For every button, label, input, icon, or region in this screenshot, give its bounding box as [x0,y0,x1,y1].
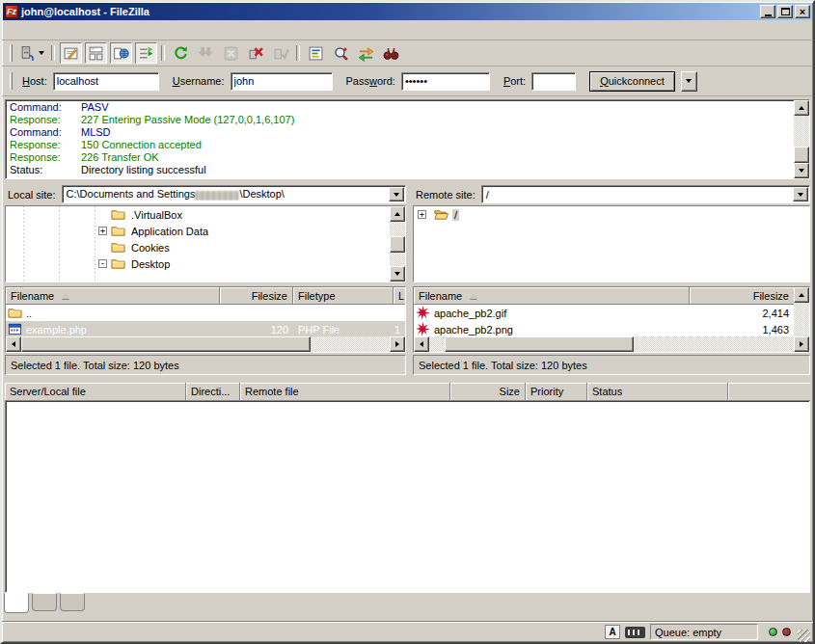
menu-item[interactable] [6,27,21,33]
password-input[interactable] [401,72,490,91]
menu-item[interactable] [83,27,98,33]
file-row[interactable]: example.php 120 PHP File 1 [6,321,405,336]
toolbar-button[interactable] [355,42,377,64]
queue-column-header[interactable]: Priority [526,383,587,401]
toolbar-button[interactable] [380,42,402,64]
toolbar-icon [88,45,104,62]
maximize-button[interactable] [777,5,793,18]
toolbar-button[interactable] [135,42,157,64]
toolbar-button[interactable] [305,42,327,64]
toolbar-button[interactable] [195,42,217,64]
scroll-left-button[interactable] [414,336,429,352]
username-input[interactable] [231,72,333,91]
queue-column-header[interactable]: Remote file [240,383,450,401]
toolbar-button[interactable] [60,42,82,64]
host-input[interactable] [53,72,159,91]
scroll-thumb[interactable] [445,336,634,352]
scroll-thumb[interactable] [390,236,405,253]
menu-item[interactable] [21,27,37,33]
scroll-left-button[interactable] [6,336,21,352]
toolbar-button[interactable] [245,42,267,64]
tree-item[interactable]: - Desktop [6,255,390,272]
port-input[interactable] [531,72,576,91]
log-scrollbar[interactable] [794,100,809,178]
scroll-up-button[interactable] [390,206,405,222]
local-site-path[interactable]: C:\Documents and Settings\Desktop\ [63,188,389,200]
speed-limit-icon[interactable] [625,627,645,638]
tree-expander[interactable]: - [98,259,107,268]
minimize-button[interactable] [760,5,775,18]
app-icon[interactable]: Fz [5,5,18,18]
queue-tab[interactable] [4,593,29,613]
file-row[interactable]: .. [6,305,405,321]
toolbar-button[interactable] [110,42,132,64]
tree-expander[interactable]: + [418,210,426,219]
scroll-up-button[interactable] [794,287,809,303]
scroll-down-button[interactable] [390,266,405,282]
close-button[interactable]: × [795,5,810,18]
queue-column-header[interactable]: Status [587,383,728,401]
tree-item[interactable]: Cookies [6,239,390,255]
quickconnect-dropdown-button[interactable] [681,71,697,92]
title-bar[interactable]: Fz john@localhost - FileZilla × [3,3,812,20]
remote-site-combo[interactable]: / [481,185,810,203]
local-list-hscrollbar[interactable] [6,336,405,352]
column-header[interactable]: Filesize [690,287,794,305]
scroll-down-button[interactable] [794,163,809,178]
queue-tab[interactable] [32,593,57,611]
column-header[interactable]: Filesize [220,287,293,305]
quickbar-grip[interactable] [10,72,13,90]
queue-column-header[interactable]: Server/Local file [5,383,186,401]
remote-list-hscrollbar[interactable] [414,336,809,352]
tree-item[interactable]: + Application Data [6,223,390,239]
tree-expander[interactable]: + [98,227,107,235]
toolbar-button[interactable] [270,42,292,64]
activity-led-red-icon [782,628,791,636]
queue-tab[interactable] [60,593,85,611]
log-line-label: Response: [6,114,81,126]
menu-item[interactable] [52,27,68,33]
toolbar-button[interactable] [220,42,242,64]
menu-item[interactable] [98,27,114,33]
scroll-thumb[interactable] [21,336,311,352]
toolbar-button[interactable] [18,42,47,64]
toolbar-button[interactable] [170,42,192,64]
column-header[interactable]: Filename [6,287,220,305]
local-tree-scrollbar[interactable] [390,206,405,282]
menu-item[interactable] [37,27,52,33]
tree-item[interactable]: .VirtualBox [6,206,390,223]
file-row[interactable]: apache_pb2.gif 2,414 [414,305,794,321]
column-header[interactable]: Filename [414,287,690,305]
queue-column-header[interactable]: Directi... [186,383,240,401]
queue-column-header[interactable] [728,383,810,401]
toolbar-button[interactable] [85,42,107,64]
local-site-combo[interactable]: C:\Documents and Settings\Desktop\ [62,185,406,203]
scroll-right-button[interactable] [794,336,809,352]
file-row[interactable]: apache_pb2.png 1,463 [414,321,794,336]
menu-item[interactable] [68,27,83,33]
log-line: Command: PASV [6,101,794,114]
column-header[interactable]: Filetype [293,287,394,305]
remote-site-path[interactable]: / [482,189,793,201]
resize-grip[interactable] [798,630,810,642]
scroll-right-button[interactable] [390,336,405,352]
tree-item[interactable]: + / [414,206,809,223]
queue-status-text: Queue: empty [655,627,721,638]
toolbar-button[interactable] [330,42,352,64]
scroll-thumb[interactable] [794,147,809,163]
remote-site-dropdown-button[interactable] [793,187,808,201]
file-icon [8,322,22,336]
ascii-data-type-icon[interactable]: A [605,625,620,639]
toolbar-grip[interactable] [10,44,13,62]
column-header[interactable]: L [394,287,405,305]
tree-item-label: Cookies [129,242,172,254]
scroll-up-button[interactable] [794,100,809,116]
chevron-down-icon [798,193,803,197]
quickconnect-button[interactable]: Quickconnect [589,71,675,92]
local-site-dropdown-button[interactable] [389,187,404,201]
queue-column-header[interactable]: Size [450,383,526,401]
remote-list-scrollbar[interactable] [794,287,809,336]
message-log-wrap: Command: PASV Response: 227 Entering Pas… [2,96,813,182]
pane-splitter[interactable] [406,184,413,375]
dropdown-arrow-icon[interactable] [36,51,46,55]
